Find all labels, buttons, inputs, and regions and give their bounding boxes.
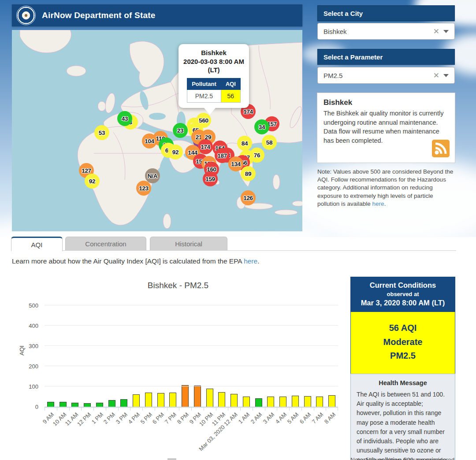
chart-bar[interactable] [182,385,189,407]
chart-bar[interactable] [292,396,299,407]
chart-bar[interactable] [328,395,335,407]
chart-bar[interactable] [169,393,176,407]
city-clear-icon[interactable]: ✕ [429,27,443,36]
x-tick-label: 7 PM [164,411,178,425]
map-marker[interactable]: 123 [136,181,151,196]
map-marker[interactable]: 159 [203,171,218,186]
y-tick-label: 500 [21,302,38,309]
sidebar-note: Note: Values above 500 are considered Be… [317,168,456,208]
chart-bar[interactable] [120,399,127,407]
map-marker[interactable]: 126 [241,190,256,205]
map-marker[interactable]: 187 [215,148,230,163]
select-city-header: Select a City [317,5,455,21]
x-tick-label: 3 AM [261,411,275,425]
chart-bar[interactable] [71,403,78,407]
x-tick-label: 6 PM [151,411,165,425]
chart-bar[interactable] [60,402,67,407]
map-marker[interactable]: 76 [249,148,264,163]
city-info-title: Bishkek [324,98,449,107]
x-tick-label: 4 PM [127,411,141,425]
popup-pollutant-value: PM2.5 [187,89,221,102]
rss-icon[interactable] [432,140,450,157]
learn-more-link[interactable]: here [244,257,257,265]
x-tick-label: 8 PM [176,411,190,425]
parameter-dropdown-value: PM2.5 [318,72,429,79]
current-conditions-panel: Current Conditions observed at Mar 3, 20… [350,277,455,460]
map-marker[interactable]: 174 [198,139,213,154]
x-tick-label: 2 PM [102,411,116,425]
y-tick-label: 100 [21,383,38,390]
y-tick-label: 300 [21,343,38,349]
tab-concentration[interactable]: Concentration [65,237,146,250]
chart-title: Bishkek - PM2.5 [12,281,344,290]
tab-aqi[interactable]: AQI [11,237,63,251]
popup-title: Bishkek 2020-03-03 8:00 AM (LT) [178,48,249,74]
map-marker[interactable]: 92 [85,174,100,189]
aqi-pollutant: PM2.5 [351,349,455,363]
x-tick-label: 5 PM [139,411,153,425]
chart-bar[interactable] [316,397,323,407]
aqi-summary-block: 56 AQI Moderate PM2.5 [350,312,455,374]
x-tick-label: 8 AM [323,411,337,425]
sidebar-note-link[interactable]: here [372,200,384,207]
chart-bar[interactable] [231,394,238,407]
x-tick-label: 7 AM [310,411,324,425]
chart-bar[interactable] [108,400,115,407]
parameter-dropdown[interactable]: PM2.5 ✕ [317,67,455,84]
map-marker[interactable]: 84 [237,136,252,151]
chart-bar[interactable] [96,403,103,407]
chart-bar[interactable] [47,402,54,407]
health-message-title: Health Message [351,379,455,386]
chart-bar[interactable] [218,392,225,407]
chart-legend-swatch [167,458,176,460]
parameter-caret-icon[interactable] [443,74,449,77]
current-conditions-title: Current Conditions [354,281,452,289]
chart-bar[interactable] [206,389,213,407]
map-marker[interactable]: 34 [254,119,269,134]
map-marker[interactable]: 134 [228,156,243,171]
chart-bar[interactable] [145,393,152,407]
chart-bar[interactable] [133,394,140,407]
tab-historical[interactable]: Historical [150,237,227,250]
select-parameter-header: Select a Parameter [317,49,455,65]
map-marker[interactable]: 23 [173,123,188,138]
app-title: AirNow Department of State [42,11,156,20]
map-marker[interactable]: 58 [262,135,277,150]
panel-footnote-partial: Note: Values above 500 are considered be… [350,456,455,460]
map-marker[interactable]: 53 [94,125,109,140]
aqi-category: Moderate [351,335,455,349]
map-marker[interactable]: N/A [145,168,160,183]
map-marker[interactable]: 560 [196,113,211,128]
current-conditions-header: Current Conditions observed at Mar 3, 20… [350,277,455,312]
map-marker[interactable]: 89 [241,166,256,181]
chart-bar[interactable] [304,396,311,407]
x-tick-label: 4 AM [274,411,288,425]
chart-bar[interactable] [255,398,262,407]
gridline [45,325,338,326]
observed-at-label: observed at [354,291,452,297]
city-caret-icon[interactable] [443,30,449,33]
map-marker[interactable]: 43 [117,111,132,126]
y-tick-label: 400 [21,323,38,329]
department-of-state-seal-logo [16,6,36,25]
map-marker[interactable]: 92 [168,145,183,160]
gridline [45,305,338,305]
map-marker[interactable]: 104 [142,134,157,148]
city-info-box: Bishkek The Bishkek air quality monitor … [317,93,455,163]
chart-bar[interactable] [157,393,164,407]
x-tick-label: 1 PM [90,411,104,425]
chart-bars: 9 AM10 AM11 AM12 PM1 PM2 PM3 PM4 PM5 PM6… [45,305,338,407]
x-tick-label: 12 PM [76,411,92,427]
chart-bar[interactable] [279,397,286,407]
chart-plot: 9 AM10 AM11 AM12 PM1 PM2 PM3 PM4 PM5 PM6… [45,305,338,408]
chart-bar[interactable] [267,397,274,407]
chart-bar[interactable] [243,397,250,407]
app-header: AirNow Department of State [12,4,302,26]
x-tick-label: 6 AM [298,411,312,425]
chart-bar[interactable] [194,386,201,407]
x-tick-label: 2 AM [249,411,264,425]
chart-bar[interactable] [84,403,91,407]
world-map[interactable]: 343532311010414649212792N/A1231749065560… [12,30,302,231]
city-dropdown[interactable]: Bishkek ✕ [317,23,455,40]
parameter-clear-icon[interactable]: ✕ [429,71,443,80]
